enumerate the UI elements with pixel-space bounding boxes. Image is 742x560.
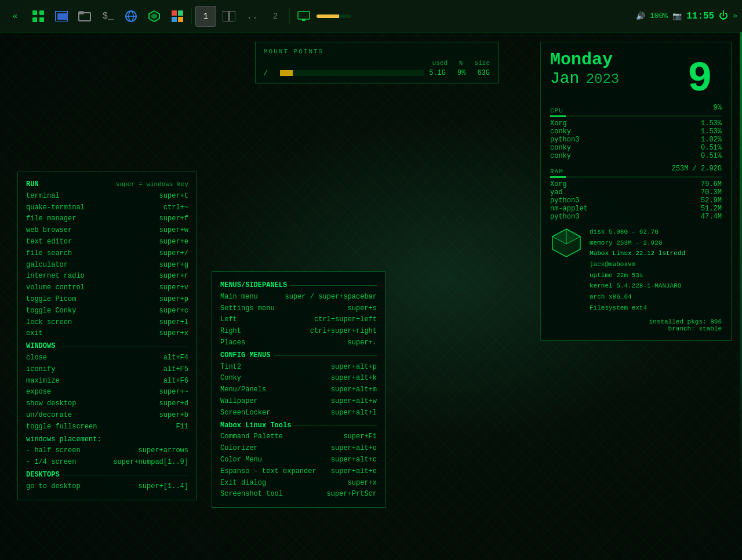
sc-undecorate: un/decorate super+b (26, 410, 188, 421)
menu-espanso: Espanso - text expander super+alt+e (220, 466, 377, 478)
cpu-header: CPU 9% (550, 104, 722, 114)
svg-rect-5 (57, 13, 68, 20)
svg-rect-16 (178, 17, 183, 22)
mabox-logo-icon (550, 227, 583, 259)
sc-lockscreen: lock screen super+l (26, 317, 188, 329)
menu-conky: Conky super+alt+k (220, 373, 377, 384)
taskbar-workspace-icon[interactable] (219, 6, 239, 27)
taskbar-sep2 (289, 8, 290, 24)
forward-btn[interactable]: » (733, 12, 737, 20)
mount-values: 5.1G 9% 63G (429, 69, 490, 77)
ram-proc-2: python3 52.9M (550, 197, 722, 205)
mount-bar (280, 70, 424, 76)
taskbar-progress (317, 14, 351, 18)
mount-size: 63G (477, 69, 490, 77)
svg-rect-1 (39, 10, 44, 15)
workspace-1-btn[interactable]: 1 (195, 6, 216, 27)
date-year: 2023 (586, 71, 620, 87)
svg-rect-17 (223, 11, 228, 21)
taskbar-btn-square[interactable] (51, 6, 72, 27)
taskbar-monitor-btn[interactable] (293, 6, 314, 27)
cpu-proc-4: conky 0.51% (550, 152, 722, 160)
ram-header: RAM 253M / 2.92G (550, 165, 722, 175)
sc-webbrowser: web browser super+w (26, 225, 188, 237)
sc-conky: toggle Conky super+c (26, 306, 188, 317)
logo-text: disk 5.08G - 62.7G memory 253M - 2.92G M… (590, 227, 685, 314)
svg-rect-3 (39, 17, 44, 22)
taskbar-btn-winblocks[interactable] (167, 6, 188, 27)
tools-title: Mabox Linux Tools (220, 420, 291, 432)
menu-places: Places super+. (220, 337, 377, 349)
sysinfo-branch: branch: stable (550, 325, 722, 332)
sc-texteditor: text editor super+e (26, 237, 188, 248)
run-title: RUN (26, 179, 39, 191)
menus-section-header: MENUS/SIDEPANELS (220, 280, 377, 292)
taskbar-sep1 (191, 8, 192, 24)
mount-headers: used % size (264, 60, 490, 67)
sysinfo-distro: Mabox Linux 22.12 lstredd (590, 248, 685, 259)
svg-marker-12 (151, 13, 157, 19)
sysinfo-user: jack@maboxvm (590, 259, 685, 270)
date-num: 9 (688, 59, 712, 100)
workspace-2-btn[interactable]: 2 (265, 6, 286, 27)
menu-cmdpalette: Command Palette super+F1 (220, 431, 377, 443)
taskbar-btn-files[interactable] (74, 6, 95, 27)
sc-terminal: terminal super+t (26, 191, 188, 202)
mount-points-widget: MOUNT POINTS used % size / 5.1G 9% 63G (255, 42, 499, 83)
camera-icon[interactable]: 📷 (672, 12, 682, 21)
ram-total: 253M / 2.92G (672, 165, 722, 175)
cpu-label: CPU (550, 107, 563, 114)
volume-icon[interactable]: 🔊 (636, 12, 645, 21)
volume-pct: 100% (650, 12, 668, 20)
sc-volume: volume control super+v (26, 282, 188, 294)
sysinfo-disk: disk 5.08G - 62.7G (590, 227, 685, 238)
sc-gotodesktop: go to desktop super+[1..4] (26, 481, 188, 493)
taskbar-btn-terminal[interactable]: $_ (97, 6, 118, 27)
ram-proc-4: python3 47.4M (550, 213, 722, 221)
desktops-title: DESKTOPS (26, 470, 60, 481)
clock: 11:55 (686, 11, 714, 21)
taskbar-btn-mabox[interactable] (144, 6, 165, 27)
mount-row: / 5.1G 9% 63G (264, 69, 490, 77)
windows-section: WINDOWS (26, 341, 188, 352)
windows-title: WINDOWS (26, 341, 55, 352)
svg-rect-20 (298, 12, 310, 19)
menu-colorizer: Colorizer super+alt+o (220, 443, 377, 454)
sc-quarter: - 1/4 screen super+numpad[1..9] (26, 457, 188, 468)
menus-title: MENUS/SIDEPANELS (220, 280, 287, 292)
taskbar-btn-manjaro[interactable] (28, 6, 49, 27)
power-icon[interactable]: ⏻ (719, 10, 728, 21)
menu-screenshot: Screenshot tool super+PrtScr (220, 489, 377, 500)
menu-tint2: Tint2 super+alt+p (220, 362, 377, 373)
date-block: Monday Jan 2023 9 (550, 50, 722, 97)
menu-colormenu: Color Menu super+alt+c (220, 454, 377, 466)
logo-section: disk 5.08G - 62.7G memory 253M - 2.92G M… (550, 227, 722, 314)
run-section-header: RUN super = windows key (26, 179, 188, 191)
taskbar-back[interactable]: « (5, 6, 26, 27)
sc-half: - half screen super+arrows (26, 445, 188, 457)
shortcuts-panel: RUN super = windows key terminal super+t… (17, 172, 197, 500)
config-title: CONFIG MENUS (220, 350, 270, 362)
sc-picom: toggle Picom super+p (26, 294, 188, 306)
taskbar-dots: .. (242, 6, 263, 27)
svg-rect-18 (230, 11, 235, 21)
right-strip (740, 32, 742, 496)
svg-rect-0 (32, 10, 37, 15)
sc-showdesktop: show desktop super+d (26, 398, 188, 410)
sc-exit: exit super+x (26, 328, 188, 340)
sc-close: close alt+F4 (26, 352, 188, 364)
taskbar-btn-browser[interactable] (121, 6, 141, 27)
sc-iconify: iconify alt+F5 (26, 364, 188, 376)
col-size: size (475, 60, 490, 67)
sysinfo-arch: arch x86_64 (590, 292, 685, 303)
menu-exitdialog: Exit dialog super+x (220, 478, 377, 489)
sc-radio: internet radio super+r (26, 271, 188, 282)
svg-rect-14 (178, 10, 183, 16)
ram-proc-1: yad 70.3M (550, 188, 722, 197)
super-label: super = windows key (116, 179, 188, 191)
taskbar-progress-fill (317, 14, 339, 18)
col-pct: % (459, 60, 463, 67)
ram-bar (550, 176, 722, 178)
taskbar-right: 🔊 100% 📷 11:55 ⏻ » (636, 10, 737, 21)
sc-galculator: galculator super+g (26, 260, 188, 271)
